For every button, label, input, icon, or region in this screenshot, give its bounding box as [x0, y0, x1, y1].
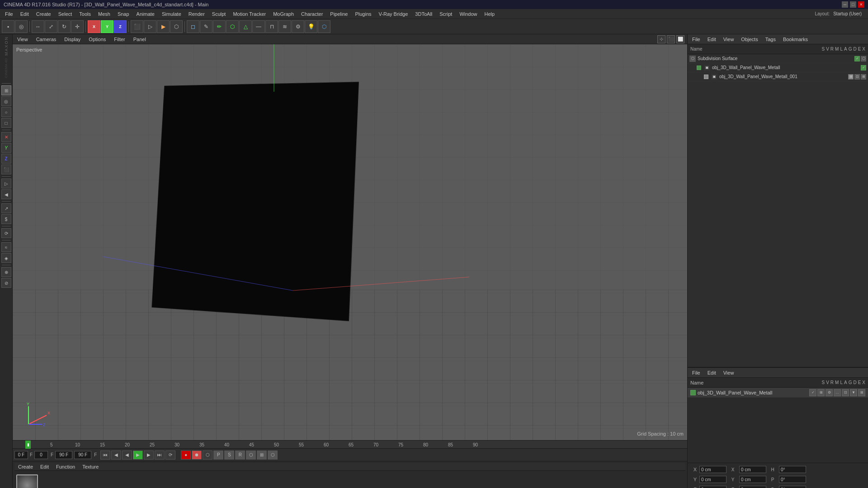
tool-14[interactable]: ≈: [1, 242, 11, 252]
obj-check-wall-panel[interactable]: ✓: [861, 65, 866, 70]
viewport-fit-button[interactable]: ⬛: [667, 35, 675, 43]
record-active-button[interactable]: ●: [181, 450, 191, 460]
constraint-y-button[interactable]: Y: [101, 20, 113, 33]
tool-15[interactable]: ◈: [1, 253, 11, 263]
obj-row-wall-panel[interactable]: ▣ obj_3D_Wall_Panel_Wave_Metall ✓: [688, 63, 868, 72]
menu-character[interactable]: Character: [298, 10, 326, 18]
step-back-button[interactable]: ◀: [111, 450, 121, 460]
menu-mograph[interactable]: MoGraph: [270, 10, 297, 18]
obj-menu-file[interactable]: File: [690, 36, 702, 43]
min-frame-input[interactable]: [55, 451, 72, 459]
menu-select[interactable]: Select: [55, 10, 75, 18]
tool-11[interactable]: ↗: [1, 203, 11, 213]
move-tool-button[interactable]: ↔: [32, 20, 44, 33]
loop-button[interactable]: —: [252, 20, 265, 33]
menu-sculpt[interactable]: Sculpt: [209, 10, 229, 18]
coord-y2-input[interactable]: [739, 476, 766, 483]
magnet-button[interactable]: ⊓: [265, 20, 278, 33]
tool-12[interactable]: $: [1, 214, 11, 224]
menu-3dtoall[interactable]: 3DToAll: [412, 10, 435, 18]
coord-p-input[interactable]: [779, 476, 806, 483]
tool-6[interactable]: Y: [1, 143, 11, 153]
record-all-button[interactable]: ⊞: [257, 450, 267, 460]
tool-4[interactable]: □: [1, 118, 11, 128]
obj-row-subdivision[interactable]: ⬡ Subdivision Surface ✓ ⬡: [688, 54, 868, 63]
render-button[interactable]: ▶: [157, 20, 170, 33]
go-to-end-button[interactable]: ⏭: [155, 450, 165, 460]
extrude-button[interactable]: ⬡: [226, 20, 239, 33]
coord-x-input[interactable]: [699, 466, 726, 473]
coord-y-input[interactable]: [699, 476, 726, 483]
attr-menu-view[interactable]: View: [722, 369, 736, 376]
menu-script[interactable]: Script: [436, 10, 455, 18]
max-frame-input[interactable]: [74, 451, 91, 459]
menu-plugins[interactable]: Plugins: [352, 10, 374, 18]
play-forward-button[interactable]: ▶: [133, 450, 143, 460]
polygon-button[interactable]: △: [239, 20, 252, 33]
timeline-ruler[interactable]: ▮ 0 5 10 15 20 25 30 35 40 45 50 55 60 6…: [13, 441, 687, 449]
viewport-menu-options[interactable]: Options: [87, 36, 108, 43]
play-reverse-button[interactable]: ◀: [122, 450, 132, 460]
attr-ctrl-lock[interactable]: ⊡: [842, 389, 849, 396]
record-pos-button[interactable]: P: [213, 450, 223, 460]
menu-file[interactable]: File: [2, 10, 16, 18]
paint-button[interactable]: ✏: [213, 20, 226, 33]
tool-16[interactable]: ⊕: [1, 267, 11, 277]
tool-9[interactable]: ▷: [1, 178, 11, 188]
edit-button[interactable]: ✎: [200, 20, 212, 33]
obj-row-wall-panel-001[interactable]: ▣ obj_3D_Wall_Panel_Wave_Metall_001 ⊞ ⊡ …: [688, 72, 868, 81]
minimize-button[interactable]: ─: [842, 1, 848, 8]
coord-x2-input[interactable]: [739, 466, 766, 473]
menu-mesh[interactable]: Mesh: [95, 10, 113, 18]
obj-menu-edit[interactable]: Edit: [706, 36, 718, 43]
obj-check-subdivision[interactable]: ✓: [854, 56, 860, 61]
menu-motion-tracker[interactable]: Motion Tracker: [230, 10, 269, 18]
attr-obj-row[interactable]: obj_3D_Wall_Panel_Wave_Metall ✓ ⊞ ⚙ … ⊡ …: [688, 388, 868, 398]
menu-simulate[interactable]: Simulate: [159, 10, 184, 18]
obj-check-wall-panel-001[interactable]: ⊞: [848, 74, 854, 80]
render-region-button[interactable]: ⬡: [170, 20, 183, 33]
menu-render[interactable]: Render: [185, 10, 208, 18]
record-rot-button[interactable]: R: [235, 450, 245, 460]
tool-8[interactable]: ⬛: [1, 164, 11, 174]
render-view-button[interactable]: ▷: [144, 20, 156, 33]
object-mode-button[interactable]: ◎: [15, 20, 28, 33]
obj-dots-wall-panel-001[interactable]: ⊡: [854, 74, 860, 80]
cube-button[interactable]: ◻: [187, 20, 199, 33]
record-scale-button[interactable]: S: [224, 450, 234, 460]
menu-window[interactable]: Window: [456, 10, 480, 18]
loop-button[interactable]: ⟳: [165, 450, 175, 460]
attr-ctrl-arrow[interactable]: ▼: [850, 389, 857, 396]
mat-menu-edit[interactable]: Edit: [38, 463, 51, 470]
tool-1[interactable]: ⊞: [1, 85, 11, 95]
viewport[interactable]: Perspective Grid Spacing : 10 cm: [13, 44, 687, 440]
obj-dots-subdivision[interactable]: ⬡: [861, 56, 866, 61]
start-frame-input[interactable]: [14, 451, 28, 459]
tool-5[interactable]: ✕: [1, 132, 11, 142]
tool-2[interactable]: ◎: [1, 96, 11, 106]
coord-b-input[interactable]: [779, 486, 806, 488]
attr-menu-edit[interactable]: Edit: [706, 369, 718, 376]
attr-ctrl-check[interactable]: ✓: [809, 389, 816, 396]
coord-z2-input[interactable]: [739, 486, 766, 488]
model-mode-button[interactable]: ▪: [2, 20, 14, 33]
obj-link-wall-panel-001[interactable]: ⊞: [861, 74, 866, 80]
tool-3[interactable]: ○: [1, 107, 11, 117]
viewport-fullscreen-button[interactable]: ⬜: [676, 35, 684, 43]
viewport-menu-cameras[interactable]: Cameras: [34, 36, 58, 43]
obj-menu-bookmarks[interactable]: Bookmarks: [781, 36, 810, 43]
light-button[interactable]: 💡: [305, 20, 317, 33]
mat-menu-texture[interactable]: Texture: [80, 463, 100, 470]
menu-tools[interactable]: Tools: [76, 10, 94, 18]
rotate-tool-button[interactable]: ↻: [58, 20, 71, 33]
auto-record-button[interactable]: ⏺: [192, 450, 202, 460]
menu-animate[interactable]: Animate: [133, 10, 158, 18]
step-forward-button[interactable]: ▶: [144, 450, 154, 460]
coord-h-input[interactable]: [779, 466, 806, 473]
keyframe-button[interactable]: ⬡: [203, 450, 212, 460]
attr-ctrl-mat[interactable]: ⊞: [817, 389, 825, 396]
transform-button[interactable]: ✛: [71, 20, 84, 33]
animate-button[interactable]: ⬡: [268, 450, 278, 460]
obj-menu-objects[interactable]: Objects: [739, 36, 760, 43]
menu-edit[interactable]: Edit: [17, 10, 32, 18]
